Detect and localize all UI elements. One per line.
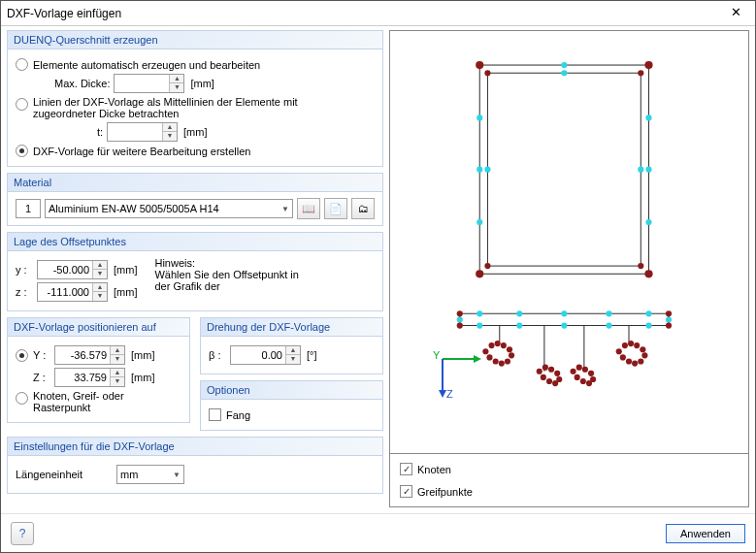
preview-options: Knoten Greifpunkte bbox=[389, 454, 749, 507]
axis-z-label: Z bbox=[446, 388, 453, 400]
svg-point-4 bbox=[476, 270, 483, 277]
group-header-settings: Einstellungen für die DXF-Vorlage bbox=[7, 437, 383, 456]
svg-point-30 bbox=[537, 369, 542, 374]
svg-point-11 bbox=[561, 70, 567, 76]
length-unit-value: mm bbox=[120, 469, 138, 480]
svg-point-55 bbox=[622, 342, 628, 348]
group-header-material: Material bbox=[7, 173, 383, 192]
spin-down-icon[interactable]: ▼ bbox=[170, 83, 183, 92]
radio-midline[interactable] bbox=[16, 98, 28, 111]
offset-z-unit: [mm] bbox=[114, 286, 137, 298]
beta-input[interactable] bbox=[231, 346, 285, 364]
beta-unit: [°] bbox=[307, 349, 317, 361]
material-index[interactable]: 1 bbox=[16, 199, 41, 218]
svg-point-47 bbox=[620, 354, 626, 360]
spin-down-icon[interactable]: ▼ bbox=[111, 377, 124, 386]
pos-z-input[interactable] bbox=[55, 369, 110, 386]
spin-down-icon[interactable]: ▼ bbox=[111, 355, 124, 364]
help-button[interactable]: ? bbox=[11, 522, 34, 545]
svg-point-56 bbox=[477, 310, 482, 316]
svg-point-71 bbox=[666, 323, 672, 329]
max-thickness-spinner[interactable]: ▲▼ bbox=[114, 74, 184, 93]
svg-point-36 bbox=[548, 367, 554, 373]
svg-point-46 bbox=[616, 348, 622, 354]
svg-point-7 bbox=[638, 70, 643, 76]
svg-point-64 bbox=[606, 323, 611, 329]
material-dropdown[interactable]: Aluminium EN-AW 5005/5005A H14 ▼ bbox=[45, 199, 293, 218]
window-title: DXF-Vorlage einfügen bbox=[7, 7, 722, 20]
radio-auto-create-label: Elemente automatisch erzeugen und bearbe… bbox=[33, 59, 260, 71]
svg-point-23 bbox=[499, 360, 505, 366]
length-unit-dropdown[interactable]: mm ▼ bbox=[116, 465, 184, 484]
svg-point-42 bbox=[590, 376, 596, 382]
checkbox-grips[interactable] bbox=[400, 485, 412, 498]
svg-point-20 bbox=[482, 348, 488, 354]
spin-up-icon[interactable]: ▲ bbox=[170, 75, 183, 83]
pos-y-spinner[interactable]: ▲▼ bbox=[54, 345, 125, 365]
svg-point-68 bbox=[457, 310, 463, 316]
t-label: t: bbox=[54, 126, 103, 138]
svg-point-51 bbox=[641, 352, 647, 358]
svg-point-59 bbox=[606, 310, 611, 316]
offset-y-input[interactable] bbox=[38, 261, 92, 278]
offset-z-input[interactable] bbox=[38, 283, 92, 301]
svg-point-15 bbox=[638, 167, 643, 173]
max-thickness-input[interactable] bbox=[115, 75, 169, 92]
svg-point-12 bbox=[477, 167, 482, 173]
spin-down-icon[interactable]: ▼ bbox=[93, 270, 107, 278]
titlebar: DXF-Vorlage einfügen ✕ bbox=[1, 1, 755, 26]
preview-canvas[interactable]: Y Z bbox=[389, 30, 749, 454]
offset-y-spinner[interactable]: ▲▼ bbox=[37, 260, 108, 279]
length-unit-label: Längeneinheit bbox=[16, 469, 113, 480]
apply-button[interactable]: Anwenden bbox=[666, 524, 745, 543]
radio-auto-create[interactable] bbox=[16, 58, 28, 71]
spin-up-icon[interactable]: ▲ bbox=[286, 346, 300, 355]
svg-point-66 bbox=[457, 316, 463, 322]
svg-point-31 bbox=[541, 374, 546, 380]
svg-point-19 bbox=[645, 219, 651, 225]
t-input[interactable] bbox=[108, 123, 162, 141]
spin-up-icon[interactable]: ▲ bbox=[163, 123, 177, 132]
offset-z-label: z : bbox=[16, 286, 33, 298]
spin-down-icon[interactable]: ▼ bbox=[93, 292, 107, 301]
t-spinner[interactable]: ▲▼ bbox=[107, 122, 178, 142]
svg-point-45 bbox=[576, 365, 582, 371]
svg-point-34 bbox=[556, 376, 562, 382]
material-name: Aluminium EN-AW 5005/5005A H14 bbox=[49, 203, 219, 214]
spin-down-icon[interactable]: ▼ bbox=[163, 132, 177, 141]
close-icon[interactable]: ✕ bbox=[722, 5, 749, 22]
left-panel: DUENQ-Querschnitt erzeugen Elemente auto… bbox=[1, 26, 389, 513]
svg-point-6 bbox=[484, 70, 490, 76]
svg-point-2 bbox=[476, 61, 483, 69]
svg-point-27 bbox=[501, 342, 507, 348]
svg-point-48 bbox=[626, 358, 632, 364]
library-button[interactable]: 📖 bbox=[297, 198, 320, 219]
spin-up-icon[interactable]: ▲ bbox=[93, 261, 107, 270]
checkbox-nodes[interactable] bbox=[400, 463, 412, 475]
radio-position-node[interactable] bbox=[16, 392, 28, 405]
offset-y-label: y : bbox=[16, 264, 33, 276]
spin-down-icon[interactable]: ▼ bbox=[286, 355, 300, 364]
checkbox-snap-label: Fang bbox=[226, 409, 250, 421]
checkbox-grips-label: Greifpunkte bbox=[417, 486, 473, 498]
svg-point-9 bbox=[638, 263, 643, 269]
radio-further-edit[interactable] bbox=[16, 145, 28, 157]
checkbox-snap[interactable] bbox=[209, 408, 221, 421]
spin-up-icon[interactable]: ▲ bbox=[93, 283, 107, 292]
edit-material-button[interactable]: 🗂 bbox=[351, 198, 375, 219]
spin-up-icon[interactable]: ▲ bbox=[111, 346, 124, 355]
new-material-button[interactable]: 📄 bbox=[324, 198, 347, 219]
offset-z-spinner[interactable]: ▲▼ bbox=[37, 282, 108, 302]
svg-point-26 bbox=[507, 346, 512, 352]
svg-point-50 bbox=[638, 358, 643, 364]
beta-spinner[interactable]: ▲▼ bbox=[230, 345, 301, 365]
svg-point-35 bbox=[554, 371, 560, 376]
spin-up-icon[interactable]: ▲ bbox=[111, 369, 124, 377]
radio-position-yz[interactable] bbox=[16, 349, 28, 362]
offset-hint-text: Wählen Sie den Offsetpunkt in der Grafik… bbox=[154, 269, 300, 292]
svg-point-13 bbox=[484, 167, 490, 173]
pos-y-input[interactable] bbox=[55, 346, 110, 364]
svg-point-54 bbox=[628, 341, 634, 346]
pos-z-spinner[interactable]: ▲▼ bbox=[54, 368, 125, 387]
svg-point-53 bbox=[634, 342, 640, 348]
